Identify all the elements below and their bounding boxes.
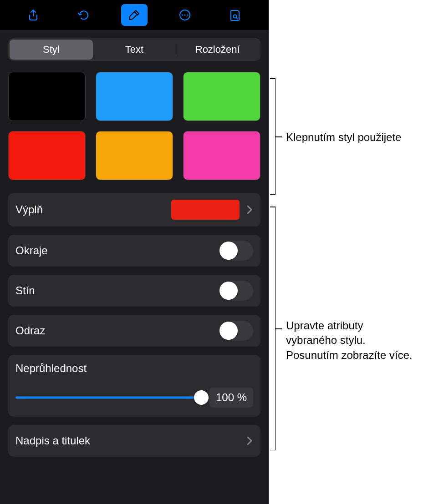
slider-fill bbox=[15, 397, 201, 399]
style-swatch[interactable] bbox=[8, 131, 86, 180]
border-cell: Okraje bbox=[8, 235, 260, 267]
slider-knob[interactable] bbox=[194, 390, 209, 405]
tab-label: Rozložení bbox=[195, 44, 240, 55]
shadow-toggle[interactable] bbox=[219, 281, 253, 301]
tab-label: Styl bbox=[43, 44, 60, 55]
format-panel: Styl Text Rozložení Výplň Okraje Stín bbox=[0, 0, 269, 504]
svg-point-2 bbox=[184, 14, 185, 15]
segmented-control: Styl Text Rozložení bbox=[8, 38, 260, 61]
callout-connector bbox=[276, 328, 282, 329]
callout-apply-style: Klepnutím styl použijete bbox=[286, 130, 401, 145]
title-caption-cell[interactable]: Nadpis a titulek bbox=[8, 425, 260, 457]
shadow-cell: Stín bbox=[8, 275, 260, 307]
style-swatch[interactable] bbox=[96, 131, 173, 180]
opacity-label: Neprůhlednost bbox=[15, 362, 253, 375]
style-swatch[interactable] bbox=[183, 131, 260, 180]
opacity-slider[interactable] bbox=[15, 392, 201, 403]
style-swatch[interactable] bbox=[96, 72, 173, 121]
chevron-right-icon bbox=[246, 435, 253, 446]
svg-point-3 bbox=[187, 14, 188, 15]
tab-layout[interactable]: Rozložení bbox=[176, 40, 259, 60]
style-swatch[interactable] bbox=[183, 72, 260, 121]
presenter-notes-button[interactable] bbox=[222, 4, 249, 26]
style-swatch-grid bbox=[8, 72, 260, 180]
border-toggle[interactable] bbox=[219, 241, 253, 261]
shadow-label: Stín bbox=[15, 284, 219, 297]
style-panel: Styl Text Rozložení Výplň Okraje Stín bbox=[0, 30, 269, 504]
title-caption-label: Nadpis a titulek bbox=[15, 434, 241, 447]
svg-point-1 bbox=[182, 14, 183, 15]
tab-label: Text bbox=[125, 44, 143, 55]
chevron-right-icon bbox=[246, 204, 253, 215]
opacity-value[interactable]: 100 % bbox=[209, 388, 253, 408]
more-button[interactable] bbox=[172, 4, 198, 26]
tab-style[interactable]: Styl bbox=[10, 40, 93, 60]
app-toolbar bbox=[0, 0, 269, 30]
fill-color-swatch bbox=[171, 200, 240, 220]
callout-connector bbox=[276, 136, 282, 137]
fill-cell[interactable]: Výplň bbox=[8, 193, 260, 227]
callout-attributes: Upravte atributy vybraného stylu. Posunu… bbox=[286, 318, 412, 363]
reflection-cell: Odraz bbox=[8, 315, 260, 347]
reflection-toggle[interactable] bbox=[219, 321, 253, 341]
border-label: Okraje bbox=[15, 244, 219, 257]
format-button[interactable] bbox=[121, 4, 148, 26]
style-swatch[interactable] bbox=[8, 72, 86, 121]
reflection-label: Odraz bbox=[15, 324, 219, 337]
fill-label: Výplň bbox=[15, 203, 171, 216]
tab-text[interactable]: Text bbox=[93, 40, 176, 60]
share-button[interactable] bbox=[20, 4, 46, 26]
undo-button[interactable] bbox=[71, 4, 97, 26]
opacity-cell: Neprůhlednost 100 % bbox=[8, 355, 260, 417]
